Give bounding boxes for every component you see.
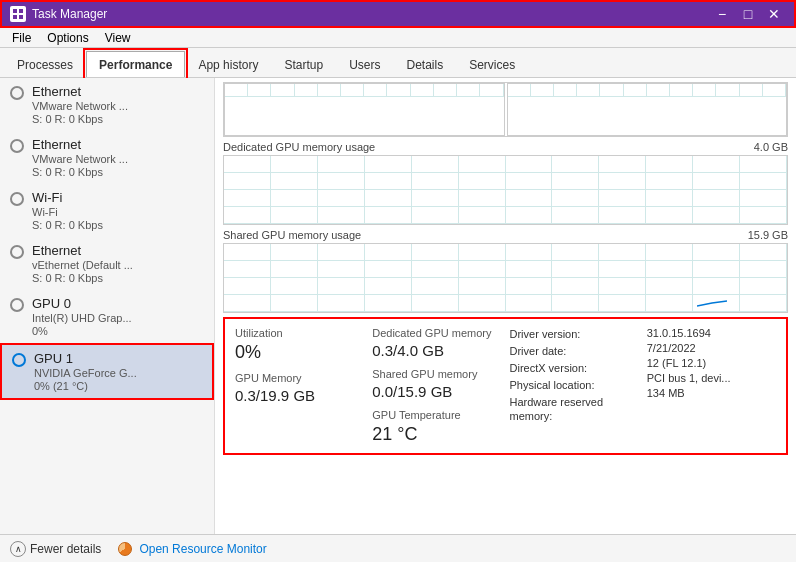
- sidebar-item-sub-gpu0: Intel(R) UHD Grap...: [32, 312, 204, 324]
- chart-section-top-mini: [223, 82, 788, 137]
- title-bar-left: Task Manager: [10, 6, 107, 22]
- tab-services[interactable]: Services: [456, 51, 528, 77]
- info-grid: Utilization 0% GPU Memory 0.3/19.9 GB De…: [235, 327, 776, 445]
- utilization-value: 0%: [235, 342, 364, 363]
- gpu-memory-value: 0.3/19.9 GB: [235, 387, 364, 404]
- sidebar-item-wifi[interactable]: Wi-Fi Wi-Fi S: 0 R: 0 Kbps: [0, 184, 214, 237]
- open-resource-monitor-container: Open Resource Monitor: [117, 541, 266, 557]
- sidebar-item-stat-gpu1: 0% (21 °C): [34, 380, 202, 392]
- fewer-details-button[interactable]: ∧ Fewer details: [10, 541, 101, 557]
- title-bar-title: Task Manager: [32, 7, 107, 21]
- info-col-1: Utilization 0% GPU Memory 0.3/19.9 GB: [235, 327, 364, 445]
- svg-rect-1: [19, 9, 23, 13]
- sidebar-dot-wifi: [10, 192, 24, 206]
- sidebar-item-text-gpu0: GPU 0 Intel(R) UHD Grap... 0%: [32, 296, 204, 337]
- title-bar-controls: − □ ✕: [710, 4, 786, 24]
- sidebar-item-name-wifi: Wi-Fi: [32, 190, 204, 205]
- svg-rect-3: [19, 15, 23, 19]
- sidebar-dot-gpu0: [10, 298, 24, 312]
- chart-max-dedicated: 4.0 GB: [754, 141, 788, 153]
- main-content: Ethernet VMware Network ... S: 0 R: 0 Kb…: [0, 78, 796, 534]
- hw-reserved-label: Hardware reserved memory:: [510, 396, 604, 422]
- sidebar-item-stat-ethernet3: S: 0 R: 0 Kbps: [32, 272, 204, 284]
- chart-header-dedicated: Dedicated GPU memory usage 4.0 GB: [223, 141, 788, 153]
- sidebar-item-name-ethernet3: Ethernet: [32, 243, 204, 258]
- maximize-button[interactable]: □: [736, 4, 760, 24]
- directx-row: DirectX version:: [510, 361, 639, 375]
- tab-details[interactable]: Details: [393, 51, 456, 77]
- menu-view[interactable]: View: [97, 29, 139, 47]
- chart-label-shared: Shared GPU memory usage: [223, 229, 361, 241]
- tab-startup[interactable]: Startup: [271, 51, 336, 77]
- chart-area: Dedicated GPU memory usage 4.0 GB: [215, 78, 796, 534]
- sidebar-item-text-wifi: Wi-Fi Wi-Fi S: 0 R: 0 Kbps: [32, 190, 204, 231]
- svg-rect-0: [13, 9, 17, 13]
- chevron-up-icon: ∧: [10, 541, 26, 557]
- sidebar-dot-ethernet2: [10, 139, 24, 153]
- shared-gpu-memory-label: Shared GPU memory: [372, 368, 501, 380]
- driver-date-label: Driver date:: [510, 345, 567, 357]
- driver-date-row: Driver date:: [510, 344, 639, 358]
- driver-version-value: 31.0.15.1694: [647, 327, 776, 339]
- sidebar-item-ethernet2[interactable]: Ethernet VMware Network ... S: 0 R: 0 Kb…: [0, 131, 214, 184]
- app-icon: [10, 6, 26, 22]
- sidebar-item-ethernet1[interactable]: Ethernet VMware Network ... S: 0 R: 0 Kb…: [0, 78, 214, 131]
- menu-options[interactable]: Options: [39, 29, 96, 47]
- sidebar-item-gpu0[interactable]: GPU 0 Intel(R) UHD Grap... 0%: [0, 290, 214, 343]
- sidebar-item-name-gpu1: GPU 1: [34, 351, 202, 366]
- close-button[interactable]: ✕: [762, 4, 786, 24]
- sidebar-item-sub-ethernet2: VMware Network ...: [32, 153, 204, 165]
- info-col-3: Driver version: Driver date: DirectX ver…: [510, 327, 639, 445]
- tab-performance[interactable]: Performance: [86, 51, 185, 77]
- dedicated-gpu-memory-label: Dedicated GPU memory: [372, 327, 501, 339]
- sidebar-item-text-ethernet1: Ethernet VMware Network ... S: 0 R: 0 Kb…: [32, 84, 204, 125]
- svg-rect-2: [13, 15, 17, 19]
- menu-file[interactable]: File: [4, 29, 39, 47]
- sidebar-item-sub-ethernet1: VMware Network ...: [32, 100, 204, 112]
- sidebar-dot-gpu1: [12, 353, 26, 367]
- gpu-temp-label: GPU Temperature: [372, 409, 501, 421]
- fewer-details-label: Fewer details: [30, 542, 101, 556]
- chart-section-shared: Shared GPU memory usage 15.9 GB: [223, 229, 788, 313]
- sidebar-item-sub-gpu1: NVIDIA GeForce G...: [34, 367, 202, 379]
- resource-monitor-icon: [117, 541, 133, 557]
- tab-bar: Processes Performance App history Startu…: [0, 48, 796, 78]
- gpu-memory-label: GPU Memory: [235, 372, 364, 384]
- driver-version-label: Driver version:: [510, 328, 581, 340]
- sidebar-dot-ethernet1: [10, 86, 24, 100]
- info-col-2: Dedicated GPU memory 0.3/4.0 GB Shared G…: [372, 327, 501, 445]
- chart-header-shared: Shared GPU memory usage 15.9 GB: [223, 229, 788, 241]
- sidebar-dot-ethernet3: [10, 245, 24, 259]
- info-panel: Utilization 0% GPU Memory 0.3/19.9 GB De…: [223, 317, 788, 455]
- driver-date-value: 7/21/2022: [647, 342, 776, 354]
- directx-label: DirectX version:: [510, 362, 588, 374]
- open-resource-monitor-link[interactable]: Open Resource Monitor: [139, 542, 266, 556]
- minimize-button[interactable]: −: [710, 4, 734, 24]
- sidebar: Ethernet VMware Network ... S: 0 R: 0 Kb…: [0, 78, 215, 534]
- dedicated-gpu-memory-value: 0.3/4.0 GB: [372, 342, 501, 359]
- chart-canvas-dedicated: [223, 155, 788, 225]
- sidebar-item-stat-ethernet1: S: 0 R: 0 Kbps: [32, 113, 204, 125]
- physical-location-row: Physical location:: [510, 378, 639, 392]
- driver-version-row: Driver version:: [510, 327, 639, 341]
- sidebar-item-name-ethernet1: Ethernet: [32, 84, 204, 99]
- chart-section-dedicated: Dedicated GPU memory usage 4.0 GB: [223, 141, 788, 225]
- tab-users[interactable]: Users: [336, 51, 393, 77]
- sidebar-item-gpu1[interactable]: GPU 1 NVIDIA GeForce G... 0% (21 °C): [0, 343, 214, 400]
- chart-canvas-mini: [223, 82, 788, 137]
- gpu-temp-value: 21 °C: [372, 424, 501, 445]
- tab-processes[interactable]: Processes: [4, 51, 86, 77]
- bottom-bar: ∧ Fewer details Open Resource Monitor: [0, 534, 796, 562]
- sidebar-item-name-ethernet2: Ethernet: [32, 137, 204, 152]
- chart-label-dedicated: Dedicated GPU memory usage: [223, 141, 375, 153]
- sidebar-item-ethernet3[interactable]: Ethernet vEthernet (Default ... S: 0 R: …: [0, 237, 214, 290]
- tab-apphistory[interactable]: App history: [185, 51, 271, 77]
- title-bar: Task Manager − □ ✕: [0, 0, 796, 28]
- shared-gpu-memory-value: 0.0/15.9 GB: [372, 383, 501, 400]
- shared-gpu-line: [697, 298, 727, 308]
- sidebar-item-text-gpu1: GPU 1 NVIDIA GeForce G... 0% (21 °C): [34, 351, 202, 392]
- sidebar-item-name-gpu0: GPU 0: [32, 296, 204, 311]
- physical-location-label: Physical location:: [510, 379, 595, 391]
- sidebar-item-text-ethernet2: Ethernet VMware Network ... S: 0 R: 0 Kb…: [32, 137, 204, 178]
- menu-bar: File Options View: [0, 28, 796, 48]
